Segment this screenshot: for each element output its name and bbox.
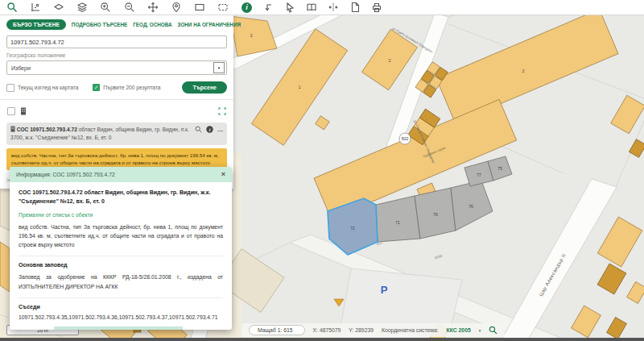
search-options-row: Текущ изглед на картата ✓ Първите 200 ре… (6, 81, 227, 94)
tab-detailed-search[interactable]: ПОДРОБНО ТЪРСЕНЕ (72, 22, 127, 27)
location-pin-icon[interactable] (171, 2, 182, 13)
geo-location-label: Географско положение (6, 52, 227, 58)
crs-label: Координатна система: (382, 327, 439, 333)
current-view-checkbox[interactable] (6, 84, 14, 92)
crs-select[interactable]: ККС 2005 (447, 327, 471, 333)
coordinate-search-icon[interactable] (30, 2, 41, 13)
previous-extent-icon[interactable] (262, 2, 274, 13)
tab-geodetic-basis[interactable]: ГЕОД. ОСНОВА (133, 22, 171, 27)
search-input[interactable] (6, 35, 227, 48)
close-icon[interactable]: × (221, 171, 225, 178)
zoom-in-icon[interactable] (100, 2, 111, 13)
search-result-item[interactable]: СОС 10971.502.793.4.72 област Видин, общ… (6, 123, 227, 145)
parcel-label: 70 (433, 213, 438, 217)
search-button[interactable]: Търсене (182, 81, 227, 94)
draw-rectangle-icon[interactable] (217, 2, 229, 13)
export-document-icon[interactable] (349, 2, 361, 13)
tab-restriction-zones[interactable]: ЗОНИ НА ОГРАНИЧЕНИЯ (178, 22, 241, 27)
popup-body: СОС 10971.502.793.4.72 област Видин, общ… (10, 182, 232, 326)
info-popup: Информация: СОС 10971.502.793.4.72 × СОС… (10, 167, 232, 330)
chevron-down-icon[interactable]: ▾ (479, 328, 481, 333)
order-text: Заповед за одобрение на КККР РД-18-5/28.… (19, 272, 223, 290)
coordinate-search-icon[interactable] (489, 326, 497, 335)
results-header (6, 104, 227, 119)
top-toolbar: i (0, 0, 644, 15)
parcel-label: 71 (395, 221, 400, 225)
building-icon (20, 104, 27, 119)
select-all-checkbox[interactable] (7, 107, 15, 115)
object-description: вид собств. Частна, тип За търговска дей… (19, 222, 223, 250)
current-view-label: Текущ изглед на картата (18, 85, 78, 90)
tab-quick-search[interactable]: БЪРЗО ТЪРСЕНЕ (6, 19, 66, 30)
layers-icon[interactable] (76, 2, 88, 13)
geo-select-value: Избери (11, 65, 31, 71)
bottom-strip (0, 338, 644, 341)
first-200-label: Първите 200 резултата (103, 85, 160, 90)
collapse-result-icon[interactable]: — (217, 127, 223, 133)
popup-resize-handle[interactable] (54, 326, 183, 330)
parcel-label: 75 (497, 167, 502, 171)
swipe-compare-icon[interactable] (328, 2, 339, 13)
result-info-icon[interactable]: i (206, 126, 213, 135)
extent-rectangle-icon[interactable] (194, 2, 205, 13)
zoom-to-result-icon[interactable] (195, 126, 202, 135)
map-tools-group (0, 2, 235, 13)
zoom-out-icon[interactable] (124, 2, 135, 13)
object-title: СОС 10971.502.793.4.72 област Видин, общ… (19, 189, 223, 206)
parcel-label: 76 (469, 205, 473, 209)
geo-location-select[interactable]: Избери ▼ (6, 60, 227, 75)
chevron-down-icon[interactable]: ▼ (213, 62, 225, 73)
selected-parcel-label: 72 (350, 227, 355, 231)
building[interactable] (0, 242, 10, 292)
neighbors-list: 10971.502.793.4.35,10971.502.793.4.36,10… (19, 314, 223, 320)
search-panel: БЪРЗО ТЪРСЕНЕ ПОДРОБНО ТЪРСЕНЕ ГЕОД. ОСН… (0, 15, 233, 189)
status-bar: Мащаб 1: 615 X: 4875079 Y: 289239 Коорди… (242, 323, 505, 337)
select-pointer-icon[interactable] (284, 2, 295, 13)
order-heading: Основна заповед (19, 256, 223, 268)
coordinate-y: Y: 289239 (349, 327, 374, 333)
popup-title-bar-text: Информация: СОС 10971.502.793.4.72 (16, 172, 115, 177)
pan-icon[interactable] (147, 2, 159, 13)
search-tabs: БЪРЗО ТЪРСЕНЕ ПОДРОБНО ТЪРСЕНЕ ГЕОД. ОСН… (6, 19, 227, 30)
divider (0, 99, 233, 100)
building-label: 2 (522, 69, 525, 73)
result-id: СОС 10971.502.793.4.72 (17, 127, 77, 132)
legend-book-icon[interactable] (306, 2, 317, 13)
scale-input[interactable]: Мащаб 1: 615 (249, 325, 305, 335)
first-200-checkbox[interactable]: ✓ (93, 84, 100, 91)
parcel-label: 77 (477, 173, 481, 177)
neighbors-heading: Съседи (19, 297, 223, 310)
popup-header[interactable]: Информация: СОС 10971.502.793.4.72 × (10, 167, 232, 182)
base-layer-icon[interactable] (53, 2, 64, 13)
building-label: 1 (299, 85, 301, 89)
parking-symbol: P (381, 284, 388, 296)
map-actions-group: i (235, 2, 382, 13)
building-label: 3 (250, 34, 253, 38)
remove-from-list-link[interactable]: Премахни от списък с обекти (19, 212, 223, 218)
print-icon[interactable] (371, 2, 382, 13)
building-label: 2 (389, 59, 391, 63)
search-icon[interactable] (6, 2, 18, 13)
identify-icon[interactable]: i (242, 2, 252, 13)
kais-cadastre-app: 3 1 2 2 71 70 76 77 75 72 802 9698 ул Св… (0, 0, 644, 341)
road-badge-label: 502 (402, 136, 409, 141)
coordinate-x: X: 4875079 (313, 327, 341, 333)
expand-results-icon[interactable] (218, 104, 226, 119)
